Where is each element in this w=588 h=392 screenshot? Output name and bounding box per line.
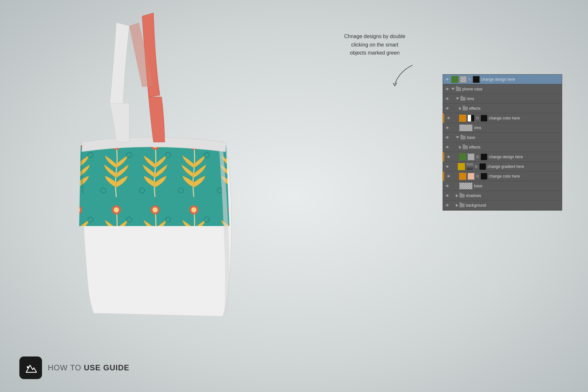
- folder-icon: [463, 145, 468, 149]
- triangle-collapsed-icon[interactable]: [459, 146, 461, 149]
- eye-icon[interactable]: 👁: [444, 193, 450, 199]
- folder-icon: [460, 97, 466, 101]
- chain-icon: ⛓: [476, 116, 479, 121]
- bag-illustration: [19, 6, 297, 362]
- layer-label: change color here: [489, 174, 561, 179]
- yellow-accent-indicator: [458, 163, 465, 170]
- eye-icon[interactable]: 👁: [444, 106, 450, 111]
- layer-mask-thumb: [479, 163, 486, 170]
- svg-point-7: [27, 366, 29, 368]
- layer-row-phone-case[interactable]: 👁 phone case: [443, 84, 562, 94]
- triangle-expand-icon[interactable]: [456, 98, 459, 100]
- folder-icon: [463, 107, 468, 110]
- eye-icon[interactable]: 👁: [446, 154, 451, 160]
- triangle-collapsed-icon[interactable]: [459, 107, 461, 110]
- layer-label: effects: [469, 106, 561, 111]
- layer-thumb: [466, 163, 473, 170]
- layer-label: change gradient here: [488, 164, 561, 169]
- guide-icon: [19, 356, 42, 379]
- guide-bold: USE GUIDE: [84, 363, 129, 372]
- eye-icon[interactable]: 👁: [446, 173, 451, 179]
- chain-icon: ⛓: [468, 77, 471, 82]
- eye-icon[interactable]: 👁: [444, 77, 450, 82]
- layer-row-change-color-base[interactable]: 👁 ⛓ change color here: [443, 171, 562, 181]
- eye-icon[interactable]: 👁: [444, 202, 450, 208]
- layer-label: change color here: [489, 116, 561, 120]
- layer-row-change-design-top[interactable]: 👁 ⛓ change design here: [443, 75, 562, 84]
- layer-mask-thumb: [480, 173, 488, 180]
- annotation-arrow: [391, 63, 423, 89]
- layer-label: base: [474, 184, 561, 188]
- orange-accent-indicator: [459, 173, 466, 180]
- eye-icon[interactable]: 👁: [444, 135, 450, 140]
- layer-row-rims-layer[interactable]: 👁 rims: [443, 123, 562, 133]
- folder-icon: [459, 194, 465, 198]
- layer-row-background[interactable]: 👁 background: [443, 201, 562, 210]
- green-smart-object-indicator: [459, 153, 466, 160]
- triangle-collapsed-icon[interactable]: [456, 194, 458, 197]
- layer-thumb-wide: [459, 182, 473, 190]
- layer-thumb: [467, 173, 475, 180]
- layer-row-change-color-rims[interactable]: 👁 ⛓ change color here: [443, 113, 562, 123]
- eye-icon[interactable]: 👁: [444, 125, 450, 131]
- layer-thumb: [467, 115, 475, 122]
- layer-label: rims: [474, 126, 561, 130]
- eye-icon[interactable]: 👁: [444, 86, 450, 92]
- layer-row-shadows[interactable]: 👁 shadows: [443, 191, 562, 201]
- layer-row-change-design-base[interactable]: 👁 ⛓ change design here: [443, 152, 562, 162]
- layer-row-base-group[interactable]: 👁 base: [443, 133, 562, 142]
- eye-icon[interactable]: 👁: [444, 96, 450, 102]
- layer-thumb-wide: [459, 124, 473, 131]
- folder-icon: [456, 87, 461, 91]
- chain-icon: ⛓: [475, 164, 478, 169]
- green-smart-object-indicator: [451, 76, 458, 83]
- eye-icon[interactable]: 👁: [446, 115, 451, 121]
- layer-row-base-layer[interactable]: 👁 base: [443, 181, 562, 191]
- layer-label: effects: [469, 145, 561, 150]
- layer-thumb: [467, 153, 475, 160]
- svg-rect-6: [24, 361, 38, 375]
- folder-icon: [459, 203, 465, 207]
- layer-label: change design here: [489, 155, 561, 159]
- layer-mask-thumb: [480, 115, 488, 122]
- orange-accent-indicator: [459, 115, 466, 122]
- layer-row-base-effects[interactable]: 👁 effects: [443, 142, 562, 152]
- layers-panel: 👁 ⛓ change design here 👁 phone case 👁 ri…: [443, 74, 562, 211]
- chain-icon: ⛓: [476, 174, 479, 179]
- layer-row-rims[interactable]: 👁 rims: [443, 94, 562, 104]
- layer-label: change design here: [481, 77, 561, 82]
- triangle-expand-icon[interactable]: [451, 88, 455, 90]
- layer-label: phone case: [462, 87, 561, 91]
- layer-mask-thumb: [480, 153, 488, 160]
- chain-icon: ⛓: [476, 154, 479, 160]
- folder-icon: [460, 136, 466, 139]
- triangle-expand-icon[interactable]: [456, 136, 459, 139]
- eye-icon[interactable]: 👁: [444, 144, 450, 150]
- layer-label: rims: [467, 97, 561, 101]
- guide-section: HOW TO USE GUIDE: [19, 356, 129, 379]
- guide-prefix: HOW TO: [48, 363, 84, 372]
- annotation-text: Chnage designs by double clicking on the…: [342, 32, 407, 57]
- eye-icon[interactable]: 👁: [444, 164, 450, 170]
- layer-label: shadows: [466, 193, 561, 198]
- layer-row-change-gradient[interactable]: 👁 ⛓ change gradient here: [443, 162, 562, 171]
- layer-mask-thumb: [473, 76, 480, 83]
- layer-thumb: [460, 76, 467, 83]
- layer-label: background: [466, 203, 561, 208]
- triangle-collapsed-icon[interactable]: [456, 204, 458, 207]
- layer-label: base: [467, 135, 561, 140]
- layer-row-effects[interactable]: 👁 effects: [443, 104, 562, 113]
- guide-text: HOW TO USE GUIDE: [48, 363, 129, 372]
- eye-icon[interactable]: 👁: [444, 183, 450, 189]
